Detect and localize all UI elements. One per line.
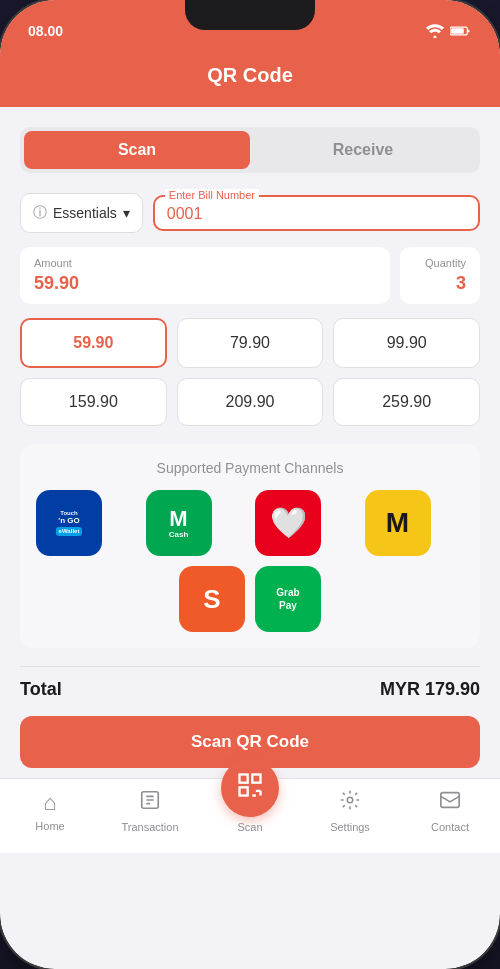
price-option-4[interactable]: 159.90 (20, 378, 167, 426)
nav-scan-button[interactable] (221, 759, 279, 817)
shopee-payment-icon[interactable]: S (179, 566, 245, 632)
payment-grid-row1: Touch 'n GO eWallet M Cash (36, 490, 464, 556)
contact-icon (439, 789, 461, 817)
info-icon: ⓘ (33, 204, 47, 222)
price-option-6[interactable]: 259.90 (333, 378, 480, 426)
bill-number-label: Enter Bill Number (165, 189, 259, 201)
price-option-3[interactable]: 99.90 (333, 318, 480, 368)
nav-scan[interactable]: Scan (200, 789, 300, 833)
page-title: QR Code (207, 64, 293, 86)
tab-container: Scan Receive (20, 127, 480, 173)
grab-payment-icon[interactable]: Grab Pay (255, 566, 321, 632)
nav-transaction-label: Transaction (121, 821, 178, 833)
tab-scan[interactable]: Scan (24, 131, 250, 169)
essentials-dropdown[interactable]: ⓘ Essentials ▾ (20, 193, 143, 233)
shopee-logo: S (203, 584, 220, 615)
amount-value: 59.90 (34, 273, 376, 294)
maybank-logo: M (386, 507, 409, 539)
nav-settings-label: Settings (330, 821, 370, 833)
total-row: Total MYR 179.90 (20, 666, 480, 716)
svg-point-17 (347, 797, 353, 803)
nav-contact-label: Contact (431, 821, 469, 833)
svg-rect-7 (240, 774, 248, 782)
quantity-box: Quantity 3 (400, 247, 480, 304)
grab-logo: Grab Pay (276, 586, 299, 612)
header: QR Code (0, 50, 500, 107)
settings-icon (339, 789, 361, 817)
bottom-nav: ⌂ Home Transaction (0, 778, 500, 853)
nav-settings[interactable]: Settings (300, 789, 400, 833)
price-option-5[interactable]: 209.90 (177, 378, 324, 426)
svg-rect-18 (441, 793, 459, 808)
phone-frame: 08.00 QR Code (0, 0, 500, 969)
price-option-2[interactable]: 79.90 (177, 318, 324, 368)
mcash-payment-icon[interactable]: M Cash (146, 490, 212, 556)
bill-row: ⓘ Essentials ▾ Enter Bill Number 0001 (20, 193, 480, 233)
home-icon: ⌂ (43, 790, 56, 816)
maybank-payment-icon[interactable]: M (365, 490, 431, 556)
tng-payment-icon[interactable]: Touch 'n GO eWallet (36, 490, 102, 556)
svg-rect-2 (451, 28, 464, 34)
scan-qr-icon (236, 771, 264, 806)
status-time: 08.00 (28, 23, 63, 39)
total-label: Total (20, 679, 62, 700)
price-option-1[interactable]: 59.90 (20, 318, 167, 368)
payment-grid-row2: S Grab Pay (36, 566, 464, 632)
bill-number-container: Enter Bill Number 0001 (153, 195, 480, 231)
tab-receive[interactable]: Receive (250, 131, 476, 169)
amount-box: Amount 59.90 (20, 247, 390, 304)
price-grid: 59.90 79.90 99.90 159.90 209.90 259.90 (20, 318, 480, 426)
essentials-label: Essentials (53, 205, 117, 221)
quantity-value: 3 (414, 273, 466, 294)
payment-channels-title: Supported Payment Channels (36, 460, 464, 476)
nav-home-label: Home (35, 820, 64, 832)
boost-logo: 🤍 (270, 508, 307, 538)
wifi-icon (426, 24, 444, 38)
nav-home[interactable]: ⌂ Home (0, 790, 100, 832)
amount-label: Amount (34, 257, 376, 269)
battery-icon (450, 25, 472, 37)
content: Scan Receive ⓘ Essentials ▾ Enter Bill N… (0, 107, 500, 778)
payment-section: Supported Payment Channels Touch 'n GO e… (20, 444, 480, 648)
status-icons (426, 24, 472, 38)
phone-screen: 08.00 QR Code (0, 0, 500, 969)
chevron-down-icon: ▾ (123, 205, 130, 221)
svg-rect-8 (252, 774, 260, 782)
amount-row: Amount 59.90 Quantity 3 (20, 247, 480, 304)
svg-point-0 (434, 36, 437, 39)
bill-number-value[interactable]: 0001 (167, 205, 466, 223)
quantity-label: Quantity (414, 257, 466, 269)
nav-contact[interactable]: Contact (400, 789, 500, 833)
tng-logo: Touch 'n GO eWallet (56, 510, 83, 536)
transaction-icon (139, 789, 161, 817)
mcash-logo: M Cash (169, 508, 189, 539)
notch (185, 0, 315, 30)
nav-transaction[interactable]: Transaction (100, 789, 200, 833)
nav-scan-label: Scan (237, 821, 262, 833)
total-value: MYR 179.90 (380, 679, 480, 700)
boost-payment-icon[interactable]: 🤍 (255, 490, 321, 556)
svg-rect-9 (240, 787, 248, 795)
